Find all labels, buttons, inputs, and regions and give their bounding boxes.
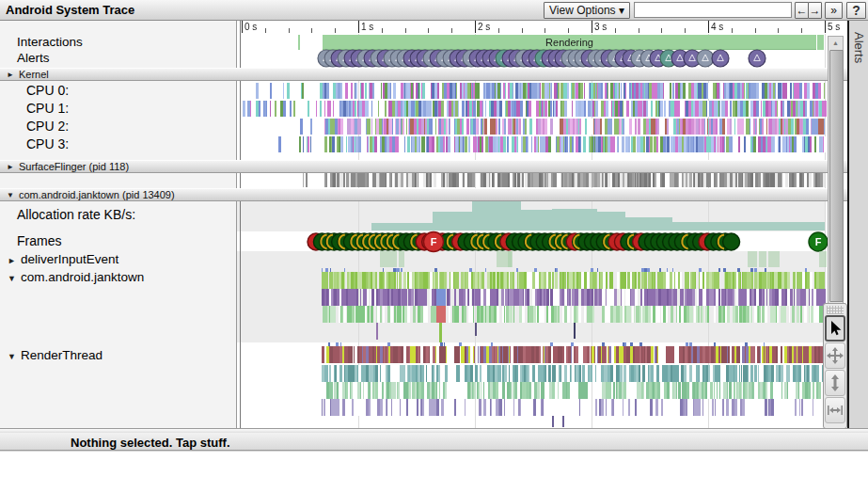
cpu0-track[interactable]	[237, 81, 826, 99]
cpu2-track[interactable]	[237, 117, 826, 135]
cpu0-row-label: CPU 0:	[26, 83, 69, 98]
surfaceflinger-section-header[interactable]: ►SurfaceFlinger (pid 118)	[0, 160, 847, 173]
deliver-input-event-row[interactable]: ►deliverInputEvent	[8, 252, 118, 266]
view-options-button[interactable]: View Options ▾	[544, 2, 630, 19]
ruler-tick-label: 5 s	[828, 22, 840, 32]
detail-panel	[0, 452, 868, 477]
ruler-tick-label: 0 s	[245, 22, 257, 32]
more-button[interactable]: »	[825, 2, 843, 19]
cpu1-row-label: CPU 1:	[26, 101, 69, 116]
alerts-row-label: Alerts	[17, 51, 50, 65]
horizontal-arrows-icon	[827, 402, 844, 419]
frames-track[interactable]	[237, 231, 826, 251]
help-button[interactable]: ?	[846, 2, 866, 19]
collapse-arrow-icon: ►	[7, 162, 14, 173]
status-message: Nothing selected. Tap stuff.	[71, 436, 230, 450]
tool-palette-grip[interactable]	[827, 306, 844, 314]
ruler-tick-label: 4 s	[711, 22, 723, 32]
interactions-row-label: Interactions	[17, 35, 83, 49]
alerts-track[interactable]	[237, 50, 826, 68]
tool-palette	[823, 303, 847, 429]
cpu2-row-label: CPU 2:	[26, 119, 69, 134]
expand-arrow-icon: ▼	[7, 190, 14, 201]
scroll-up-arrow-icon[interactable]: ▲	[829, 37, 843, 49]
renderthread-track[interactable]	[237, 342, 826, 428]
collapse-arrow-icon: ►	[8, 256, 16, 265]
expand-arrow-icon: ▼	[8, 352, 16, 361]
ruler-tick-label: 3 s	[594, 22, 607, 32]
kernel-section-header[interactable]: ►Kernel	[0, 68, 847, 81]
interactions-track[interactable]	[237, 34, 826, 50]
alerts-side-tab[interactable]: Alerts	[847, 21, 868, 429]
pan-right-button[interactable]: →	[808, 2, 822, 19]
pan-left-button[interactable]: ←	[795, 2, 809, 19]
page-title: Android System Trace	[6, 3, 134, 17]
selection-status-bar: Nothing selected. Tap stuff.	[0, 433, 868, 451]
deliver-input-track[interactable]	[237, 251, 826, 268]
frames-row-label: Frames	[17, 233, 61, 248]
ruler-tick-label: 2 s	[478, 22, 490, 32]
alerts-side-tab-label: Alerts	[852, 32, 866, 63]
cpu3-row-label: CPU 3:	[26, 136, 69, 151]
title-bar: Android System Trace View Options ▾ ← → …	[0, 0, 868, 21]
vertical-zoom-tool-button[interactable]	[825, 370, 845, 396]
search-input[interactable]	[634, 2, 792, 18]
surfaceflinger-track[interactable]	[237, 172, 826, 188]
ruler-tick-label: 1 s	[361, 22, 373, 32]
horizontal-zoom-tool-button[interactable]	[825, 397, 845, 423]
janktown-thread-row[interactable]: ▼com.android.janktown	[8, 270, 144, 284]
pan-move-icon	[827, 347, 844, 364]
alloc-rate-row-label: Allocation rate KB/s:	[17, 207, 135, 222]
cpu1-track[interactable]	[237, 99, 826, 117]
cpu3-track[interactable]	[237, 135, 826, 152]
cursor-icon	[827, 320, 844, 337]
select-tool-button[interactable]	[825, 315, 845, 342]
android-system-trace-window: Android System Trace View Options ▾ ← → …	[0, 0, 868, 477]
scrollbar-thumb[interactable]	[829, 50, 844, 302]
collapse-arrow-icon: ►	[7, 70, 14, 81]
process-section-header[interactable]: ▼com.android.janktown (pid 13409)	[0, 188, 847, 201]
vertical-arrows-icon	[827, 374, 844, 391]
alloc-rate-track[interactable]	[237, 200, 826, 231]
janktown-thread-track[interactable]	[237, 268, 826, 342]
vertical-scrollbar[interactable]: ▲	[828, 36, 844, 305]
pan-tool-button[interactable]	[825, 342, 845, 369]
renderthread-row[interactable]: ▼RenderThread	[8, 348, 103, 362]
expand-arrow-icon: ▼	[8, 274, 16, 283]
